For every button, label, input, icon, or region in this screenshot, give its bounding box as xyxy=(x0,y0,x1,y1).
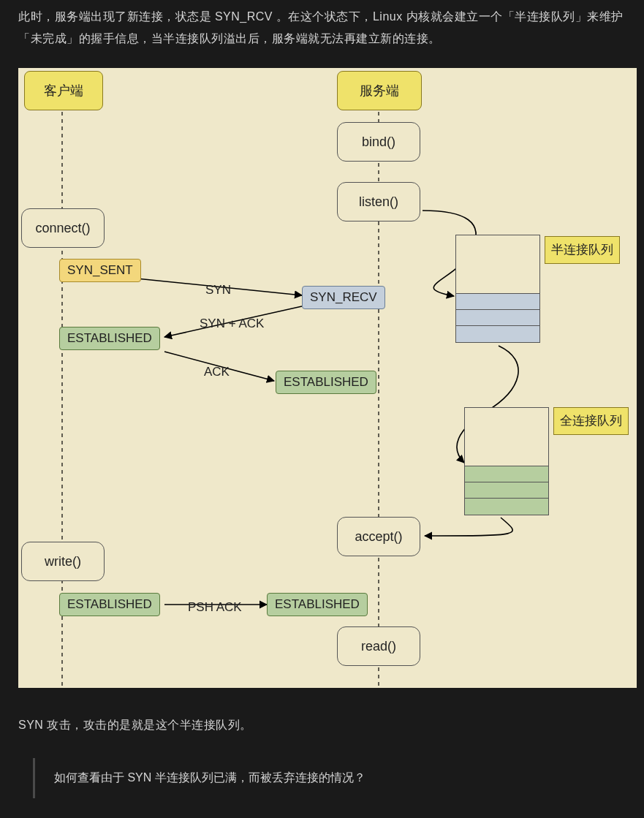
full-connect-queue xyxy=(464,407,549,515)
state-syn-recv: SYN_RECV xyxy=(302,286,385,309)
intro-paragraph: 此时，服务端出现了新连接，状态是 SYN_RCV 。在这个状态下，Linux 内… xyxy=(18,6,626,50)
after-diagram-paragraph: SYN 攻击，攻击的是就是这个半连接队列。 xyxy=(18,714,626,736)
msg-psh-ack: PSH ACK xyxy=(188,596,242,619)
write-call: write() xyxy=(21,542,105,581)
state-established-client-2: ESTABLISHED xyxy=(59,593,160,616)
connect-call: connect() xyxy=(21,208,105,248)
bind-call: bind() xyxy=(337,122,420,162)
msg-syn: SYN xyxy=(205,279,231,302)
state-syn-sent: SYN_SENT xyxy=(59,259,141,282)
msg-syn-ack: SYN + ACK xyxy=(200,312,264,336)
state-established-client-1: ESTABLISHED xyxy=(59,327,160,350)
article-body: 此时，服务端出现了新连接，状态是 SYN_RCV 。在这个状态下，Linux 内… xyxy=(0,0,644,818)
tcp-handshake-diagram: 客户端 服务端 bind() listen() connect() SYN_SE… xyxy=(18,68,637,688)
client-header: 客户端 xyxy=(24,71,103,110)
state-established-server-1: ESTABLISHED xyxy=(276,371,376,394)
listen-call: listen() xyxy=(337,182,420,221)
msg-ack: ACK xyxy=(204,360,230,384)
block-quote: 如何查看由于 SYN 半连接队列已满，而被丢弃连接的情况？ xyxy=(33,758,626,798)
quote-text: 如何查看由于 SYN 半连接队列已满，而被丢弃连接的情况？ xyxy=(54,771,365,784)
state-established-server-2: ESTABLISHED xyxy=(267,593,368,616)
half-connect-queue xyxy=(455,235,540,343)
server-header: 服务端 xyxy=(337,71,422,110)
full-queue-label: 全连接队列 xyxy=(553,407,629,435)
half-queue-label: 半连接队列 xyxy=(545,236,620,264)
read-call: read() xyxy=(337,626,420,666)
accept-call: accept() xyxy=(337,517,420,556)
